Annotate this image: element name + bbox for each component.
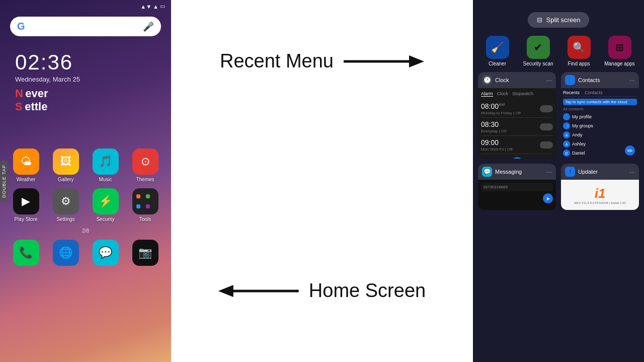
weather-icon: 🌤	[13, 149, 39, 175]
message-preview: 18730218869	[481, 183, 553, 191]
clock-tab-clock[interactable]: Clock	[497, 91, 509, 97]
settings-icon: ⚙	[53, 188, 79, 214]
clock-card-menu-icon[interactable]: ···	[546, 76, 552, 84]
app-playstore[interactable]: ▶ Play Store	[8, 188, 44, 222]
messaging-card-menu-icon[interactable]: ···	[546, 168, 552, 176]
clock-time: 02:36	[15, 50, 156, 75]
never-rest: ever	[25, 87, 48, 100]
alarm-toggle-2[interactable]	[540, 123, 553, 130]
quick-action-cleaner[interactable]: 🧹 Cleaner	[478, 36, 517, 67]
alarm-sub-3: Mon Wed Fri | Off	[481, 147, 513, 152]
google-logo: G	[17, 21, 25, 32]
home-screen-label: Home Screen	[309, 280, 426, 302]
alarm-time-1: 08:00	[481, 102, 499, 110]
manage-apps-icon: ⊞	[608, 36, 631, 59]
alarm-item-2: 08:30 Everyday | Off	[481, 118, 553, 136]
tools-label: Tools	[139, 216, 151, 222]
contacts-tab-contacts[interactable]: Contacts	[585, 90, 603, 95]
clock-tabs: Alarm Clock Stopwatch	[481, 91, 553, 97]
app-themes[interactable]: ⊙ Themes	[127, 149, 163, 182]
clock-date: Wednesday, March 25	[15, 76, 156, 83]
contacts-card-menu-icon[interactable]: ···	[629, 76, 635, 84]
messaging-app-name: Messaging	[495, 169, 522, 175]
security-scan-icon: ✔	[527, 36, 550, 59]
contact-andy[interactable]: A Andy	[563, 130, 637, 139]
dock-messaging[interactable]: 💬	[88, 240, 123, 266]
app-music[interactable]: 🎵 Music	[88, 149, 123, 182]
battery-icon: ▭	[160, 3, 165, 10]
svg-marker-1	[409, 55, 424, 67]
app-security[interactable]: ⚡ Security	[88, 188, 123, 222]
recent-card-messaging[interactable]: 💬 Messaging ··· 18730218869 ➤	[478, 164, 556, 210]
contact-my-groups[interactable]: 👥 My groups	[563, 121, 637, 130]
dock-camera[interactable]: 📷	[127, 240, 163, 266]
contacts-edit-fab[interactable]: ✏	[625, 146, 635, 156]
clock-tab-alarm[interactable]: Alarm	[481, 91, 493, 97]
alarm-toggle-3[interactable]	[540, 141, 553, 149]
dock-phone[interactable]: 📞	[8, 240, 44, 266]
manage-apps-label: Manage apps	[604, 61, 635, 67]
tools-icon	[132, 188, 158, 214]
clock-app-name: Clock	[495, 77, 509, 83]
contact-name-ashley: Ashley	[572, 141, 586, 147]
quick-action-find-apps[interactable]: 🔍 Find apps	[559, 36, 598, 67]
contact-name-daniel: Daniel	[572, 151, 585, 156]
quick-action-manage-apps[interactable]: ⊞ Manage apps	[600, 36, 639, 67]
clock-card-header: 🕐 Clock ···	[478, 72, 556, 88]
split-screen-button[interactable]: ⊟ Split screen	[528, 12, 590, 28]
quick-action-security-scan[interactable]: ✔ Security scan	[519, 36, 557, 67]
settle-rest: ettle	[25, 100, 47, 113]
dock-browser[interactable]: 🌐	[48, 240, 84, 266]
alarm-time-3: 09:00	[481, 138, 499, 147]
contact-avatar-daniel: D	[563, 150, 570, 157]
contact-avatar-ashley: A	[563, 140, 570, 148]
alarm-toggle-1[interactable]	[540, 105, 553, 112]
music-label: Music	[99, 177, 112, 182]
updater-app-icon: ↑	[565, 167, 575, 177]
alarm-period-1: AM	[499, 102, 505, 107]
playstore-label: Play Store	[14, 216, 37, 222]
updater-card-header: ↑ Updater ···	[561, 164, 639, 180]
contact-my-profile[interactable]: 👤 My profile	[563, 112, 637, 121]
settle-s: S	[15, 100, 23, 113]
split-screen-label: Split screen	[546, 16, 581, 24]
contacts-tabs: Recents Contacts	[563, 90, 637, 97]
mic-icon[interactable]: 🎤	[143, 21, 154, 32]
updater-card-menu-icon[interactable]: ···	[629, 168, 635, 176]
security-icon: ⚡	[93, 188, 119, 214]
app-gallery[interactable]: 🖼 Gallery	[48, 149, 84, 182]
bottom-dock: 📞 🌐 💬 📷	[0, 236, 171, 270]
gallery-icon: 🖼	[53, 149, 79, 175]
clock-tab-stopwatch[interactable]: Stopwatch	[512, 91, 533, 97]
recent-card-contacts[interactable]: 👤 Contacts ··· Recents Contacts Tap to s…	[561, 72, 639, 159]
recent-card-clock[interactable]: 🕐 Clock ··· Alarm Clock Stopwatch 08:00A…	[478, 72, 556, 159]
security-scan-label: Security scan	[523, 61, 553, 67]
never-n: N	[15, 87, 23, 100]
recent-card-updater[interactable]: ↑ Updater ··· i1 MIUI V11.0.9.0.PFGNXM |…	[561, 164, 639, 210]
app-grid-row1: 🌤 Weather 🖼 Gallery 🎵 Music ⊙ Themes	[0, 138, 171, 186]
alarm-sub-2: Everyday | Off	[481, 129, 506, 133]
app-tools[interactable]: Tools	[127, 188, 163, 222]
contact-avatar-groups: 👥	[563, 122, 570, 129]
contacts-tab-recents[interactable]: Recents	[563, 90, 580, 95]
double-tap-tab[interactable]: DOUBLE TAP	[0, 160, 8, 201]
music-icon: 🎵	[93, 149, 119, 175]
messaging-card-header: 💬 Messaging ···	[478, 164, 556, 180]
recent-menu-panel: ⊟ Split screen 🧹 Cleaner ✔ Security scan…	[473, 0, 644, 362]
clock-card-content: Alarm Clock Stopwatch 08:00AM Monday to …	[478, 88, 556, 159]
clock-add-button[interactable]: +	[511, 157, 523, 159]
messaging-card-content: 18730218869 ➤	[478, 180, 556, 210]
updater-card-content: i1 MIUI V11.0.9.0.PFGNXM | Stable 1.90	[561, 180, 639, 210]
app-weather[interactable]: 🌤 Weather	[8, 149, 44, 182]
app-settings[interactable]: ⚙ Settings	[48, 188, 84, 222]
never-settle-widget: N ever S ettle	[15, 87, 156, 113]
updater-app-name: Updater	[578, 169, 598, 175]
google-search-bar[interactable]: G 🎤	[10, 17, 161, 36]
message-phone: 18730218869	[483, 185, 508, 189]
quick-actions-bar: 🧹 Cleaner ✔ Security scan 🔍 Find apps ⊞ …	[473, 34, 644, 72]
find-apps-label: Find apps	[568, 61, 590, 67]
contacts-section-label: All contacts	[563, 107, 637, 111]
svg-marker-3	[218, 285, 233, 297]
page-indicator: 2/8	[0, 228, 171, 234]
security-label: Security	[96, 216, 114, 222]
